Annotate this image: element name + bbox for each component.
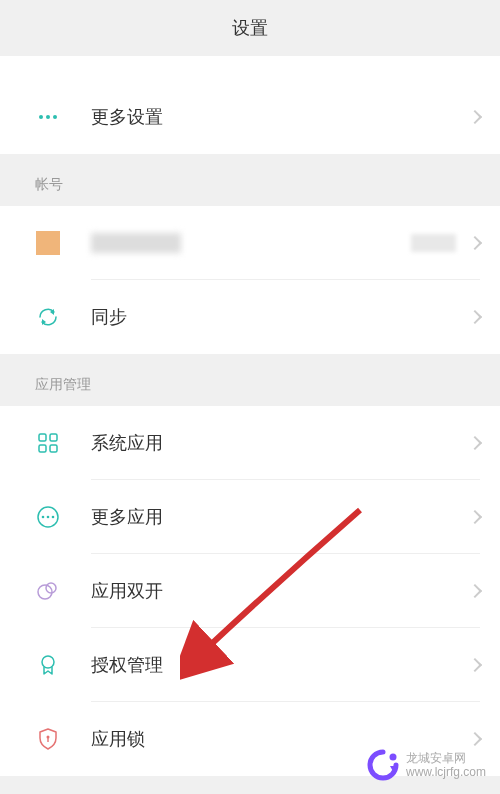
app-management-section: 系统应用 更多应用 应用双开 <box>0 406 500 776</box>
badge-icon <box>35 652 61 678</box>
chevron-right-icon <box>468 110 482 124</box>
dual-apps-label: 应用双开 <box>91 579 462 603</box>
svg-rect-7 <box>39 445 46 452</box>
top-section: 更多设置 <box>0 56 500 154</box>
chevron-right-icon <box>468 435 482 449</box>
app-management-section-header: 应用管理 <box>0 364 500 406</box>
page-title: 设置 <box>232 16 268 40</box>
more-apps-label: 更多应用 <box>91 505 462 529</box>
chevron-right-icon <box>468 732 482 746</box>
sync-label: 同步 <box>91 305 462 329</box>
svg-point-11 <box>47 516 50 519</box>
permissions-label: 授权管理 <box>91 653 462 677</box>
more-circle-icon <box>35 504 61 530</box>
svg-point-12 <box>52 516 55 519</box>
watermark-brand: 龙城安卓网 <box>406 751 486 765</box>
svg-point-1 <box>46 115 50 119</box>
row-more-apps[interactable]: 更多应用 <box>0 480 500 554</box>
section-spacer <box>0 154 500 164</box>
row-system-apps[interactable]: 系统应用 <box>0 406 500 480</box>
row-more-settings[interactable]: 更多设置 <box>0 80 500 154</box>
chevron-right-icon <box>468 509 482 523</box>
svg-rect-6 <box>50 434 57 441</box>
row-sync[interactable]: 同步 <box>0 280 500 354</box>
watermark-text: 龙城安卓网 www.lcjrfg.com <box>406 751 486 780</box>
system-apps-label: 系统应用 <box>91 431 462 455</box>
shield-lock-icon <box>35 726 61 752</box>
section-spacer <box>0 354 500 364</box>
chevron-right-icon <box>468 235 482 249</box>
chevron-right-icon <box>468 310 482 324</box>
svg-point-0 <box>39 115 43 119</box>
account-section: 同步 <box>0 206 500 354</box>
more-settings-label: 更多设置 <box>91 105 462 129</box>
svg-point-2 <box>53 115 57 119</box>
watermark-logo-icon <box>366 748 400 782</box>
chevron-right-icon <box>468 583 482 597</box>
row-account-profile[interactable] <box>0 206 500 280</box>
page-header: 设置 <box>0 0 500 56</box>
svg-rect-5 <box>39 434 46 441</box>
svg-rect-17 <box>47 737 48 742</box>
avatar-icon <box>35 230 61 256</box>
row-permissions[interactable]: 授权管理 <box>0 628 500 702</box>
row-dual-apps[interactable]: 应用双开 <box>0 554 500 628</box>
svg-point-10 <box>42 516 45 519</box>
account-detail-blurred <box>411 234 456 252</box>
svg-point-15 <box>42 656 54 668</box>
more-horizontal-icon <box>35 104 61 130</box>
sync-icon <box>35 304 61 330</box>
svg-point-19 <box>389 754 396 761</box>
svg-rect-8 <box>50 445 57 452</box>
apps-grid-icon <box>35 430 61 456</box>
watermark: 龙城安卓网 www.lcjrfg.com <box>366 748 486 782</box>
svg-point-13 <box>38 585 52 599</box>
account-section-header: 帐号 <box>0 164 500 206</box>
chevron-right-icon <box>468 657 482 671</box>
account-name-blurred <box>91 233 181 253</box>
watermark-url: www.lcjrfg.com <box>406 765 486 779</box>
dual-circle-icon <box>35 578 61 604</box>
